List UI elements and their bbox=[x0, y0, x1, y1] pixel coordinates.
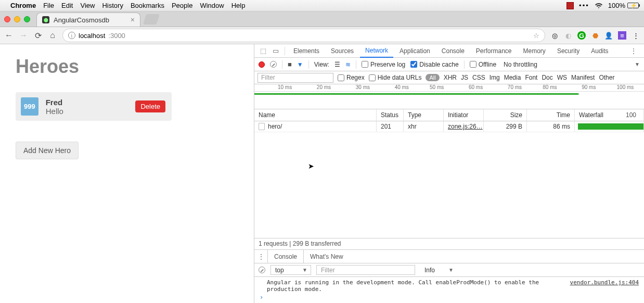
col-size[interactable]: Size bbox=[484, 109, 527, 121]
filter-type-all[interactable]: All bbox=[426, 74, 439, 81]
close-window-button[interactable] bbox=[4, 16, 10, 22]
devtools-menu-icon[interactable]: ⋮ bbox=[626, 47, 641, 55]
battery-icon: ⚡ bbox=[627, 3, 639, 8]
col-initiator[interactable]: Initiator bbox=[444, 109, 484, 121]
menu-view[interactable]: View bbox=[80, 2, 95, 9]
tab-performance[interactable]: Performance bbox=[471, 44, 517, 58]
menubar-overflow-icon[interactable]: ••• bbox=[579, 2, 589, 9]
tab-audits[interactable]: Audits bbox=[586, 44, 613, 58]
hero-id-badge: 999 bbox=[21, 97, 38, 116]
menu-help[interactable]: Help bbox=[231, 2, 246, 9]
filter-type-doc[interactable]: Doc bbox=[542, 74, 552, 81]
bookmark-star-icon[interactable]: ☆ bbox=[533, 32, 539, 40]
large-rows-icon[interactable]: ☰ bbox=[334, 61, 340, 68]
drawer-menu-icon[interactable]: ⋮ bbox=[254, 250, 268, 263]
col-type[interactable]: Type bbox=[404, 109, 444, 121]
filter-toggle-icon[interactable]: ▼ bbox=[297, 61, 303, 68]
delete-button[interactable]: Delete bbox=[135, 100, 165, 112]
tab-elements[interactable]: Elements bbox=[288, 44, 325, 58]
chrome-toolbar: ← → ⟳ ⌂ i localhost:3000 ☆ ◎ ◐ G ⬣ 👤 ≡ ⋮ bbox=[0, 27, 644, 44]
filter-type-manifest[interactable]: Manifest bbox=[571, 74, 595, 81]
device-toolbar-icon[interactable]: ▭ bbox=[270, 47, 281, 55]
tab-sources[interactable]: Sources bbox=[326, 44, 359, 58]
tab-console[interactable]: Console bbox=[436, 44, 470, 58]
menu-edit[interactable]: Edit bbox=[61, 2, 73, 9]
menu-bookmarks[interactable]: Bookmarks bbox=[131, 2, 164, 9]
home-button[interactable]: ⌂ bbox=[48, 31, 57, 40]
menubar-app[interactable]: Chrome bbox=[10, 2, 36, 9]
chrome-menu-icon[interactable]: ⋮ bbox=[632, 31, 640, 40]
browser-tab[interactable]: ⬢ AngularCosmosdb × bbox=[36, 12, 140, 27]
menu-window[interactable]: Window bbox=[200, 2, 224, 9]
network-row[interactable]: hero/ 201 xhr zone.js:26… 299 B 86 ms bbox=[254, 121, 644, 132]
hide-data-urls-checkbox[interactable]: Hide data URLs bbox=[369, 74, 422, 81]
row-type: xhr bbox=[404, 121, 444, 132]
extension-icon[interactable]: ≡ bbox=[618, 31, 626, 40]
macos-menubar: Chrome File Edit View History Bookmarks … bbox=[0, 0, 644, 11]
menu-people[interactable]: People bbox=[172, 2, 192, 9]
reload-button[interactable]: ⟳ bbox=[33, 31, 43, 41]
console-source-link[interactable]: vendor.bundle.js:404 bbox=[570, 279, 639, 286]
network-timeline[interactable]: 10 ms 20 ms 30 ms 40 ms 50 ms 60 ms 70 m… bbox=[254, 84, 644, 109]
row-initiator[interactable]: zone.js:26… bbox=[448, 123, 483, 130]
extension-icon[interactable]: ◎ bbox=[550, 31, 559, 40]
filter-type-js[interactable]: JS bbox=[461, 74, 468, 81]
waterfall-view-icon[interactable]: ≋ bbox=[345, 61, 351, 68]
drawer-tab-whatsnew[interactable]: What's New bbox=[304, 250, 350, 263]
filter-type-img[interactable]: Img bbox=[490, 74, 500, 81]
menubar-extra-icon[interactable] bbox=[566, 2, 574, 9]
filter-type-other[interactable]: Other bbox=[599, 74, 614, 81]
menu-history[interactable]: History bbox=[102, 2, 123, 9]
console-prompt[interactable]: › bbox=[254, 294, 644, 303]
waterfall-bar bbox=[578, 123, 643, 130]
console-context-select[interactable]: top▼ bbox=[271, 265, 311, 275]
console-clear-button[interactable] bbox=[259, 267, 265, 273]
console-level-select[interactable]: Info▼ bbox=[420, 265, 457, 275]
col-waterfall[interactable]: Waterfall100 bbox=[575, 109, 644, 121]
inspect-element-icon[interactable]: ⬚ bbox=[257, 47, 269, 55]
record-button[interactable] bbox=[259, 61, 265, 68]
wifi-icon[interactable] bbox=[595, 3, 603, 9]
tab-favicon-icon: ⬢ bbox=[42, 16, 49, 23]
network-filter-input[interactable]: Filter bbox=[257, 73, 333, 83]
col-name[interactable]: Name bbox=[254, 109, 377, 121]
regex-checkbox[interactable]: Regex bbox=[338, 74, 365, 81]
new-tab-button[interactable] bbox=[143, 14, 160, 24]
filter-type-font[interactable]: Font bbox=[525, 74, 537, 81]
tab-security[interactable]: Security bbox=[552, 44, 585, 58]
extension-icon[interactable]: ⬣ bbox=[591, 31, 599, 40]
hero-card[interactable]: 999 Fred Hello Delete bbox=[16, 92, 172, 121]
site-info-icon[interactable]: i bbox=[68, 32, 75, 39]
tab-memory[interactable]: Memory bbox=[518, 44, 551, 58]
preserve-log-checkbox[interactable]: Preserve log bbox=[362, 61, 405, 68]
col-status[interactable]: Status bbox=[377, 109, 404, 121]
filter-type-media[interactable]: Media bbox=[504, 74, 521, 81]
chevron-down-icon[interactable]: ▼ bbox=[635, 61, 640, 67]
add-hero-button[interactable]: Add New Hero bbox=[16, 142, 79, 159]
drawer-tab-console[interactable]: Console bbox=[268, 250, 304, 263]
filter-type-xhr[interactable]: XHR bbox=[444, 74, 457, 81]
forward-button[interactable]: → bbox=[19, 31, 28, 40]
menu-file[interactable]: File bbox=[43, 2, 54, 9]
console-filter-input[interactable]: Filter bbox=[316, 265, 415, 275]
tab-close-icon[interactable]: × bbox=[131, 16, 135, 24]
view-label: View: bbox=[314, 61, 329, 68]
col-time[interactable]: Time bbox=[527, 109, 575, 121]
minimize-window-button[interactable] bbox=[14, 16, 20, 22]
extension-icon[interactable]: G bbox=[577, 31, 586, 40]
back-button[interactable]: ← bbox=[4, 31, 14, 40]
offline-checkbox[interactable]: Offline bbox=[470, 61, 496, 68]
zoom-window-button[interactable] bbox=[24, 16, 30, 22]
extension-icon[interactable]: 👤 bbox=[604, 31, 613, 40]
tab-application[interactable]: Application bbox=[394, 44, 435, 58]
screenshot-icon[interactable]: ■ bbox=[288, 60, 292, 68]
clear-button[interactable] bbox=[270, 61, 277, 68]
address-bar[interactable]: i localhost:3000 ☆ bbox=[62, 29, 545, 42]
disable-cache-checkbox[interactable]: Disable cache bbox=[410, 61, 458, 68]
throttling-select[interactable]: No throttling bbox=[504, 61, 537, 68]
filter-type-ws[interactable]: WS bbox=[557, 74, 567, 81]
tab-network[interactable]: Network bbox=[360, 44, 393, 58]
extension-icon[interactable]: ◐ bbox=[564, 31, 572, 40]
filter-type-css[interactable]: CSS bbox=[472, 74, 485, 81]
hero-saying: Hello bbox=[46, 107, 128, 116]
